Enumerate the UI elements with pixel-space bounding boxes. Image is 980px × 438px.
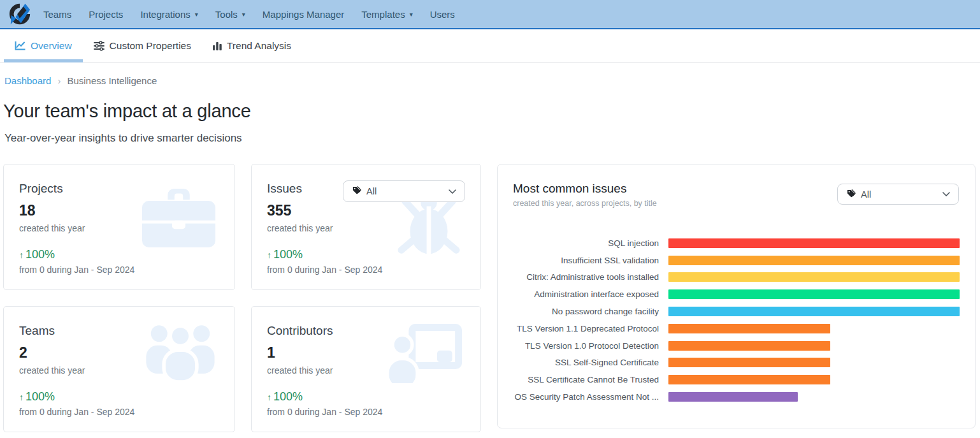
chart-category-label: SSL Certificate Cannot Be Trusted [513, 375, 668, 384]
chart-bar-track [668, 324, 960, 333]
tag-icon [352, 186, 361, 197]
chart-bar [668, 238, 960, 248]
chart-bar [668, 289, 960, 299]
chart-bar-track [668, 375, 960, 384]
chart-row: SSL Certificate Cannot Be Trusted [513, 371, 960, 388]
nav-item-label: Teams [43, 9, 71, 20]
page-title: Your team's impact at a glance [3, 101, 980, 122]
chart-category-label: Citrix: Administrative tools installed [513, 272, 668, 282]
chart-bar [668, 256, 960, 265]
chart-bar-track [668, 289, 960, 299]
chart-category-label: SQL injection [513, 238, 668, 248]
nav-item-tools[interactable]: Tools▾ [215, 9, 245, 20]
chart-row: Citrix: Administrative tools installed [513, 269, 960, 286]
tag-icon [846, 189, 856, 200]
nav-item-label: Templates [361, 9, 405, 20]
navbar-items: TeamsProjectsIntegrations▾Tools▾Mappings… [43, 9, 472, 20]
breadcrumb-dashboard-link[interactable]: Dashboard [4, 75, 51, 86]
tab-custom-properties[interactable]: Custom Properties [83, 29, 202, 62]
nav-item-teams[interactable]: Teams [43, 9, 71, 20]
stat-card-note: from 0 during Jan - Sep 2024 [267, 407, 465, 417]
up-arrow-icon: ↑ [267, 250, 271, 260]
up-arrow-icon: ↑ [19, 392, 24, 402]
nav-item-integrations[interactable]: Integrations▾ [140, 9, 198, 20]
page-subtitle: Year-over-year insights to drive smarter… [4, 132, 980, 145]
tab-label: Overview [31, 40, 72, 52]
chart-category-label: OS Security Patch Assessment Not ... [513, 392, 668, 402]
caret-down-icon: ▾ [410, 11, 413, 18]
sliders-icon [94, 41, 104, 51]
chart-bar-track [668, 256, 960, 265]
app-logo-icon[interactable] [8, 2, 32, 26]
nav-item-label: Tools [215, 9, 238, 20]
top-navbar: TeamsProjectsIntegrations▾Tools▾Mappings… [0, 0, 980, 29]
stat-card-projects: Projects 18 created this year ↑ 100% fro… [3, 164, 235, 290]
delta-value: 100% [273, 248, 303, 261]
chart-bar [668, 307, 960, 316]
nav-item-label: Users [430, 9, 455, 20]
tab-label: Custom Properties [110, 40, 191, 52]
chart-row: No password change facility [513, 303, 960, 320]
chart-bar [668, 324, 830, 333]
filter-value: All [366, 186, 377, 196]
chart-category-label: TLS Version 1.0 Protocol Detection [513, 341, 668, 351]
up-arrow-icon: ↑ [267, 392, 271, 402]
caret-down-icon: ▾ [195, 11, 198, 18]
nav-item-templates[interactable]: Templates▾ [361, 9, 412, 20]
chart-category-label: SSL Self-Signed Certificate [513, 358, 668, 367]
nav-item-label: Mappings Manager [263, 9, 344, 20]
chart-bar [668, 358, 830, 367]
stat-card-issues: All Issues 355 created this year ↑ 100% … [251, 164, 481, 290]
tab-bar: Overview Custom Properties [0, 29, 980, 62]
stat-card-note: from 0 during Jan - Sep 2024 [19, 265, 219, 275]
issues-bar-chart: SQL injectionInsufficient SSL validation… [513, 235, 960, 405]
tab-trend-analysis[interactable]: Trend Analysis [202, 29, 302, 62]
chart-bar-track [668, 272, 960, 282]
delta-value: 100% [25, 390, 55, 404]
nav-item-projects[interactable]: Projects [89, 9, 123, 20]
breadcrumb-current: Business Intelligence [67, 75, 157, 86]
chart-bar [668, 341, 830, 351]
chart-bar-track [668, 341, 960, 351]
stat-card-contributors: Contributors 1 created this year ↑ 100% … [251, 306, 481, 432]
chart-bar [668, 375, 830, 384]
chevron-down-icon [449, 189, 456, 194]
presenter-icon [386, 323, 463, 383]
chart-bar [668, 272, 960, 282]
delta-value: 100% [273, 390, 303, 404]
stat-card-note: from 0 during Jan - Sep 2024 [267, 265, 465, 275]
tab-overview[interactable]: Overview [4, 29, 83, 62]
panel-filter-dropdown[interactable]: All [837, 184, 959, 205]
chart-category-label: Insufficient SSL validation [513, 256, 668, 265]
stat-card-delta: ↑ 100% [19, 390, 219, 404]
chart-category-label: Administration interface exposed [513, 289, 668, 299]
stat-card-teams: Teams 2 created this year ↑ 100% from 0 … [3, 306, 235, 432]
chart-row: TLS Version 1.1 Deprecated Protocol [513, 320, 960, 337]
chart-row: OS Security Patch Assessment Not ... [513, 388, 960, 405]
briefcase-icon [142, 185, 215, 249]
chart-bar-track [668, 238, 960, 248]
stat-card-note: from 0 during Jan - Sep 2024 [19, 407, 219, 417]
line-chart-icon [15, 41, 25, 50]
chart-row: Administration interface exposed [513, 286, 960, 303]
breadcrumb-separator-icon: › [57, 75, 61, 86]
chart-row: Insufficient SSL validation [513, 252, 960, 269]
caret-down-icon: ▾ [242, 11, 245, 18]
content-area: Projects 18 created this year ↑ 100% fro… [0, 164, 980, 432]
nav-item-mappings-manager[interactable]: Mappings Manager [263, 9, 344, 20]
nav-item-label: Projects [89, 9, 123, 20]
chart-category-label: No password change facility [513, 307, 668, 316]
most-common-issues-panel: Most common issues created this year, ac… [497, 164, 976, 428]
people-icon [141, 321, 219, 382]
breadcrumb: Dashboard › Business Intelligence [0, 62, 980, 86]
nav-item-label: Integrations [140, 9, 190, 20]
chart-row: TLS Version 1.0 Protocol Detection [513, 337, 960, 354]
bar-chart-icon [213, 41, 222, 50]
chart-bar-track [668, 307, 960, 316]
issues-filter-dropdown[interactable]: All [343, 180, 465, 202]
up-arrow-icon: ↑ [19, 250, 24, 260]
stat-card-delta: ↑ 100% [267, 390, 465, 404]
tab-label: Trend Analysis [227, 40, 291, 52]
chart-category-label: TLS Version 1.1 Deprecated Protocol [513, 324, 668, 333]
nav-item-users[interactable]: Users [430, 9, 455, 20]
